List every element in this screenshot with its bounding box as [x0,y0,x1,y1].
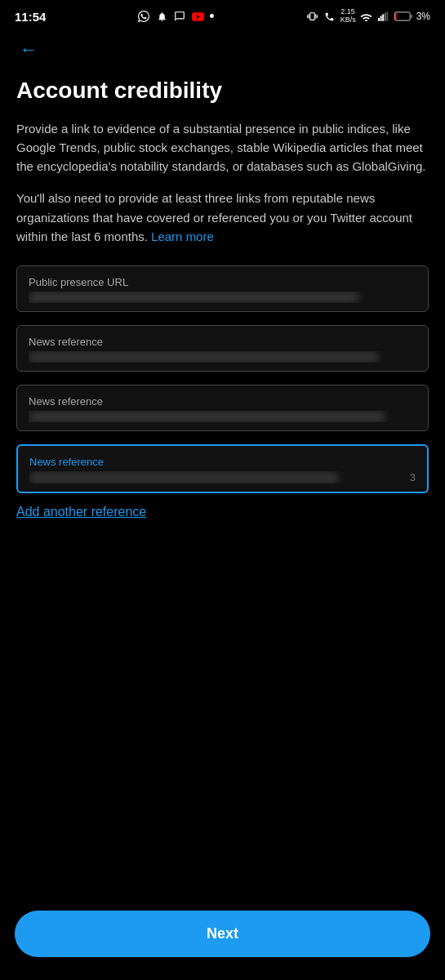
news-reference-1-label: News reference [29,336,416,348]
news-reference-2-field[interactable]: News reference [16,385,429,431]
whatsapp-icon [137,10,150,23]
svg-rect-4 [387,11,389,21]
form-section: Public presence URL News reference News … [16,265,429,493]
network-speed: 2.15 KB/s [340,8,356,24]
youtube-icon [191,10,204,23]
next-button-container: Next [0,894,445,980]
news-reference-3-blurred [29,472,338,483]
svg-rect-6 [395,13,397,20]
description-2: You'll also need to provide at least thr… [16,189,429,246]
svg-rect-1 [380,16,382,21]
public-presence-url-value [29,292,416,303]
status-icons-right: 2.15 KB/s [306,8,430,24]
svg-rect-0 [378,18,380,21]
status-icons-left: • [137,9,214,24]
back-arrow-icon: ← [20,39,38,60]
status-time: 11:54 [15,10,46,24]
svg-rect-3 [385,12,386,20]
public-presence-url-label: Public presence URL [29,276,416,288]
page-title: Account credibility [16,77,429,105]
battery-percent: 3% [416,11,430,22]
dot-indicator: • [209,9,214,24]
description-1: Provide a link to evidence of a substant… [16,119,429,176]
description-2-text: You'll also need to provide at least thr… [16,191,412,243]
battery-icon [394,10,412,23]
wifi-icon [360,10,373,23]
public-presence-url-blurred [29,292,358,303]
news-reference-3-field[interactable]: News reference 3 [16,444,429,493]
vibrate-icon [306,10,319,23]
chat-icon [173,10,186,23]
add-reference-link[interactable]: Add another reference [16,493,146,524]
main-content: ← Account credibility Provide a link to … [0,29,445,524]
svg-rect-5 [394,12,410,20]
news-reference-3-label: News reference [29,456,416,468]
learn-more-link[interactable]: Learn more [151,229,214,243]
svg-rect-2 [382,14,384,20]
notification-icon [155,10,168,23]
news-reference-1-value [29,351,416,363]
status-bar: 11:54 [0,0,445,29]
news-reference-3-value: 3 [29,471,416,483]
news-reference-2-value [29,411,416,422]
news-reference-2-blurred [29,411,385,422]
phone-icon [323,10,336,23]
signal-icon [377,10,390,23]
news-reference-2-label: News reference [29,395,416,408]
next-button[interactable]: Next [15,911,430,957]
back-button[interactable]: ← [16,29,41,70]
public-presence-url-field[interactable]: Public presence URL [16,265,429,312]
news-reference-1-field[interactable]: News reference [16,325,429,372]
news-reference-3-counter: 3 [410,471,416,483]
news-reference-1-blurred [29,351,378,363]
